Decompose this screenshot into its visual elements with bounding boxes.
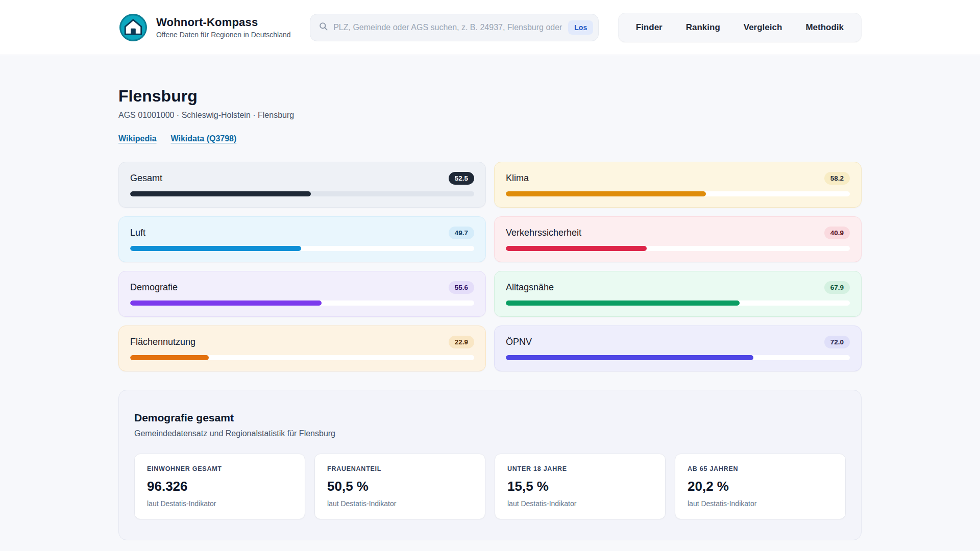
- score-bar-track: [506, 355, 850, 360]
- score-label: Klima: [506, 173, 529, 184]
- score-bar-track: [506, 246, 850, 251]
- score-bar-track: [130, 355, 474, 360]
- score-value-badge: 58.2: [824, 172, 850, 185]
- score-bar-fill: [506, 191, 706, 196]
- stat-note: laut Destatis-Indikator: [507, 499, 653, 508]
- score-label: Gesamt: [130, 173, 162, 184]
- score-card-demografie[interactable]: Demografie 55.6: [118, 271, 486, 317]
- nav-item-vergleich[interactable]: Vergleich: [744, 22, 782, 33]
- external-links: Wikipedia Wikidata (Q3798): [118, 134, 862, 143]
- score-bar-track: [506, 300, 850, 306]
- main-content: Flensburg AGS 01001000 · Schleswig-Holst…: [118, 55, 862, 551]
- section-subtitle: Gemeindedatensatz und Regionalstatistik …: [134, 429, 846, 438]
- page-title: Flensburg: [118, 87, 862, 106]
- search-icon: [318, 21, 328, 33]
- score-label: ÖPNV: [506, 337, 532, 347]
- stat-note: laut Destatis-Indikator: [688, 499, 833, 508]
- nav-item-methodik[interactable]: Methodik: [805, 22, 844, 33]
- score-bar-track: [130, 246, 474, 251]
- score-bar-track: [506, 191, 850, 196]
- score-bar-track: [130, 300, 474, 306]
- score-label: Luft: [130, 228, 145, 238]
- score-value-badge: 22.9: [449, 336, 474, 348]
- nav-item-finder[interactable]: Finder: [636, 22, 663, 33]
- score-bar-fill: [130, 246, 301, 251]
- stat-grid: EINWOHNER GESAMT 96.326 laut Destatis-In…: [134, 454, 846, 519]
- score-label: Verkehrssicherheit: [506, 228, 581, 238]
- stat-card-frauenanteil: FRAUENANTEIL 50,5 % laut Destatis-Indika…: [314, 454, 485, 519]
- score-label: Alltagsnähe: [506, 282, 554, 293]
- brand[interactable]: Wohnort-Kompass Offene Daten für Regione…: [118, 13, 291, 42]
- score-card-alltagsnaehe[interactable]: Alltagsnähe 67.9: [494, 271, 862, 317]
- score-value-badge: 55.6: [449, 281, 474, 294]
- stat-value: 50,5 %: [327, 479, 473, 494]
- stat-card-ab-65: AB 65 JAHREN 20,2 % laut Destatis-Indika…: [675, 454, 846, 519]
- brand-text: Wohnort-Kompass Offene Daten für Regione…: [156, 16, 291, 39]
- brand-title: Wohnort-Kompass: [156, 16, 291, 29]
- score-bar-fill: [506, 246, 647, 251]
- section-title: Demografie gesamt: [134, 412, 846, 424]
- wikidata-link[interactable]: Wikidata (Q3798): [171, 134, 237, 143]
- score-value-badge: 40.9: [824, 227, 850, 239]
- score-card-flaechennutzung[interactable]: Flächennutzung 22.9: [118, 325, 486, 371]
- score-card-luft[interactable]: Luft 49.7: [118, 216, 486, 262]
- stat-label: EINWOHNER GESAMT: [147, 465, 292, 472]
- score-value-badge: 67.9: [824, 281, 850, 294]
- stat-value: 15,5 %: [507, 479, 653, 494]
- stat-label: FRAUENANTEIL: [327, 465, 473, 472]
- score-bar-track: [130, 191, 474, 196]
- stat-value: 20,2 %: [688, 479, 833, 494]
- stat-note: laut Destatis-Indikator: [147, 499, 292, 508]
- score-value-badge: 52.5: [449, 172, 474, 185]
- score-card-klima[interactable]: Klima 58.2: [494, 162, 862, 208]
- section-demografie-gesamt: Demografie gesamt Gemeindedatensatz und …: [118, 390, 862, 540]
- score-card-oepnv[interactable]: ÖPNV 72.0: [494, 325, 862, 371]
- main-nav: Finder Ranking Vergleich Methodik: [618, 13, 862, 42]
- score-bar-fill: [130, 300, 322, 306]
- app-logo-icon: [118, 13, 148, 42]
- score-bar-fill: [506, 355, 753, 360]
- score-value-badge: 49.7: [449, 227, 474, 239]
- score-label: Flächennutzung: [130, 337, 195, 347]
- page-subtitle: AGS 01001000 · Schleswig-Holstein · Flen…: [118, 111, 862, 120]
- nav-item-ranking[interactable]: Ranking: [686, 22, 720, 33]
- score-label: Demografie: [130, 282, 178, 293]
- score-bar-fill: [130, 355, 209, 360]
- score-grid: Gesamt 52.5 Klima 58.2 Luft 49.7: [118, 162, 862, 371]
- search-submit-button[interactable]: Los: [568, 20, 593, 35]
- stat-label: UNTER 18 JAHRE: [507, 465, 653, 472]
- score-card-gesamt[interactable]: Gesamt 52.5: [118, 162, 486, 208]
- stat-value: 96.326: [147, 479, 292, 494]
- brand-subtitle: Offene Daten für Regionen in Deutschland: [156, 31, 291, 39]
- score-value-badge: 72.0: [824, 336, 850, 348]
- stat-note: laut Destatis-Indikator: [327, 499, 473, 508]
- wikipedia-link[interactable]: Wikipedia: [118, 134, 157, 143]
- stat-label: AB 65 JAHREN: [688, 465, 833, 472]
- search-bar: Los: [310, 14, 599, 41]
- app-header: Wohnort-Kompass Offene Daten für Regione…: [0, 0, 980, 55]
- score-bar-fill: [506, 300, 740, 306]
- stat-card-einwohner: EINWOHNER GESAMT 96.326 laut Destatis-In…: [134, 454, 305, 519]
- stat-card-unter-18: UNTER 18 JAHRE 15,5 % laut Destatis-Indi…: [495, 454, 666, 519]
- search-input[interactable]: [333, 23, 563, 32]
- score-card-verkehrssicherheit[interactable]: Verkehrssicherheit 40.9: [494, 216, 862, 262]
- score-bar-fill: [130, 191, 311, 196]
